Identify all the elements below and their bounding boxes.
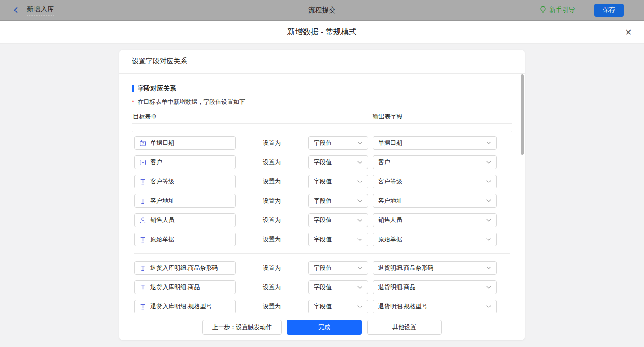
text-icon (139, 198, 146, 205)
output-field-select[interactable]: 退货明细.规格型号 (373, 300, 497, 313)
lightbulb-icon (540, 6, 546, 15)
output-field-select[interactable]: 退货明细.商品条形码 (373, 261, 497, 275)
target-field-box[interactable]: 原始单据 (134, 233, 236, 246)
value-type-select[interactable]: 字段值 (308, 280, 368, 294)
target-field-label: 客户等级 (150, 177, 174, 186)
chevron-down-icon (357, 219, 362, 222)
mapping-row: 退货入库明细.规格型号设置为字段值退货明细.规格型号 (134, 300, 510, 313)
modal-body: 设置字段对应关系 字段对应关系 * 在目标表单中新增数据，字段值设置如下 目标表… (0, 50, 644, 347)
target-field-label: 销售人员 (150, 216, 174, 224)
value-type-select[interactable]: 字段值 (308, 155, 368, 169)
select-icon (139, 159, 146, 166)
mapping-row: 7单据日期设置为字段值单据日期 (134, 136, 510, 150)
section-title-label: 字段对应关系 (138, 85, 176, 93)
output-field-value: 客户地址 (378, 197, 402, 205)
scrollbar-thumb[interactable] (521, 74, 524, 155)
chevron-down-icon (357, 286, 362, 289)
output-field-select[interactable]: 客户地址 (373, 194, 497, 208)
chevron-down-icon (486, 267, 491, 270)
mapping-row: 销售人员设置为字段值销售人员 (134, 213, 510, 227)
output-field-select[interactable]: 客户 (373, 155, 497, 169)
set-as-label: 设置为 (263, 283, 281, 291)
prev-step-button[interactable]: 上一步：设置触发动作 (202, 320, 282, 335)
column-header-output: 输出表字段 (373, 113, 402, 121)
set-as-label: 设置为 (263, 264, 281, 272)
user-icon (139, 217, 146, 224)
target-field-label: 客户地址 (150, 197, 174, 205)
value-type-select[interactable]: 字段值 (308, 233, 368, 246)
calendar-icon: 7 (139, 140, 146, 147)
flow-name[interactable]: 新增入库 (27, 5, 54, 16)
text-icon (139, 236, 146, 243)
chevron-down-icon (486, 286, 491, 289)
chevron-down-icon (486, 305, 491, 308)
value-type-select[interactable]: 字段值 (308, 194, 368, 208)
target-field-label: 客户 (150, 158, 162, 166)
done-button[interactable]: 完成 (287, 320, 362, 335)
value-type-select[interactable]: 字段值 (308, 300, 368, 313)
other-settings-button[interactable]: 其他设置 (367, 320, 442, 335)
target-field-box[interactable]: 客户 (134, 155, 236, 169)
value-type-value: 字段值 (314, 139, 332, 147)
value-type-select[interactable]: 字段值 (308, 261, 368, 275)
chevron-down-icon (486, 180, 491, 183)
value-type-value: 字段值 (314, 158, 332, 166)
card-content: 字段对应关系 * 在目标表单中新增数据，字段值设置如下 目标表单 输出表字段 7… (119, 74, 525, 314)
target-field-box[interactable]: 退货入库明细.商品条形码 (134, 261, 236, 275)
svg-text:7: 7 (142, 142, 144, 146)
output-field-value: 退货明细.规格型号 (378, 302, 428, 311)
value-type-select[interactable]: 字段值 (308, 136, 368, 150)
output-field-select[interactable]: 单据日期 (373, 136, 497, 150)
output-field-value: 客户等级 (378, 177, 402, 186)
required-note-text: 在目标表单中新增数据，字段值设置如下 (138, 98, 245, 106)
chevron-down-icon (357, 305, 362, 308)
set-as-label: 设置为 (263, 177, 281, 186)
text-icon (139, 178, 146, 185)
modal-title: 新增数据 - 常规模式 (287, 27, 356, 37)
column-header-target: 目标表单 (133, 113, 157, 121)
output-field-select[interactable]: 销售人员 (373, 213, 497, 227)
output-field-select[interactable]: 客户等级 (373, 175, 497, 188)
mapping-row: 客户等级设置为字段值客户等级 (134, 175, 510, 188)
output-field-select[interactable]: 退货明细.商品 (373, 280, 497, 294)
text-icon (139, 265, 146, 272)
required-note: * 在目标表单中新增数据，字段值设置如下 (132, 98, 512, 106)
screen: 新增入库 流程提交 新手引导 保存 新增数据 - 常规模式 ✕ 设置字段对应关系… (0, 0, 644, 347)
target-field-label: 单据日期 (150, 139, 174, 147)
target-field-label: 退货入库明细.商品条形码 (150, 264, 218, 272)
value-type-value: 字段值 (314, 264, 332, 272)
back-icon[interactable] (12, 6, 20, 14)
card-header: 设置字段对应关系 (119, 50, 525, 74)
target-field-box[interactable]: 退货入库明细.规格型号 (134, 300, 236, 313)
target-field-box[interactable]: 退货入库明细.商品 (134, 280, 236, 294)
output-field-value: 销售人员 (378, 216, 402, 224)
close-icon[interactable]: ✕ (625, 28, 632, 36)
text-icon (139, 284, 146, 291)
target-field-box[interactable]: 客户地址 (134, 194, 236, 208)
value-type-select[interactable]: 字段值 (308, 213, 368, 227)
output-field-value: 单据日期 (378, 139, 402, 147)
card-footer: 上一步：设置触发动作 完成 其他设置 (119, 314, 525, 340)
value-type-value: 字段值 (314, 197, 332, 205)
chevron-down-icon (357, 180, 362, 183)
save-button[interactable]: 保存 (594, 4, 624, 17)
mapping-row: 退货入库明细.商品设置为字段值退货明细.商品 (134, 280, 510, 294)
output-field-select[interactable]: 原始单据 (373, 233, 497, 246)
beginner-guide-label: 新手引导 (549, 6, 575, 14)
beginner-guide-link[interactable]: 新手引导 (540, 6, 575, 15)
accent-bar (132, 85, 134, 92)
target-field-box[interactable]: 7单据日期 (134, 136, 236, 150)
value-type-value: 字段值 (314, 283, 332, 291)
target-field-box[interactable]: 客户等级 (134, 175, 236, 188)
set-as-label: 设置为 (263, 158, 281, 166)
value-type-select[interactable]: 字段值 (308, 175, 368, 188)
output-field-value: 客户 (378, 158, 390, 166)
mapping-row: 客户设置为字段值客户 (134, 155, 510, 169)
target-field-box[interactable]: 销售人员 (134, 213, 236, 227)
topbar-right: 新手引导 保存 (540, 4, 624, 17)
topbar: 新增入库 流程提交 新手引导 保存 (0, 0, 644, 21)
chevron-down-icon (357, 142, 362, 145)
required-asterisk: * (132, 99, 134, 106)
chevron-down-icon (486, 219, 491, 222)
chevron-down-icon (357, 238, 362, 241)
